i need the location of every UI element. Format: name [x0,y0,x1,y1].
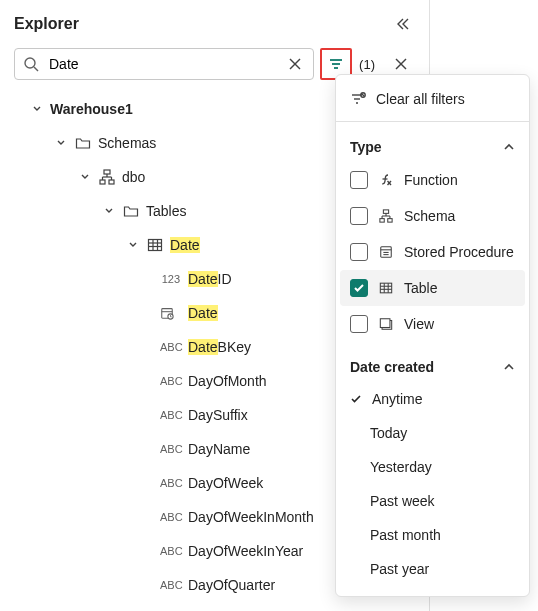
chevron-down-icon [128,240,138,250]
filter-icon [328,56,344,72]
node-label: DayOfWeekInYear [188,543,303,559]
checkbox[interactable] [350,243,368,261]
folder-icon [75,135,91,151]
filter-option-table[interactable]: Table [340,270,525,306]
node-label: dbo [122,169,145,185]
node-label: Schemas [98,135,156,151]
option-label: Past month [370,527,441,543]
filter-option-sproc[interactable]: Stored Procedure [336,234,529,270]
node-label: Date [188,305,218,321]
type-header-label: Type [350,139,382,155]
svg-rect-11 [109,180,114,184]
panel-header: Explorer [0,8,429,44]
date-header-label: Date created [350,359,434,375]
text-type-icon: ABC [160,511,180,523]
check-icon [353,282,365,294]
option-label: Table [404,280,437,296]
option-label: Today [370,425,407,441]
option-label: Yesterday [370,459,432,475]
text-type-icon: ABC [160,545,180,557]
text-type-icon: ABC [160,375,180,387]
node-label: Tables [146,203,186,219]
svg-rect-45 [380,283,391,293]
node-label: DayOfQuarter [188,577,275,593]
text-type-icon: ABC [160,443,180,455]
node-label: DayOfMonth [188,373,267,389]
date-section-header[interactable]: Date created [336,346,529,382]
date-option-today[interactable]: Today [336,416,529,450]
clear-filters-button[interactable]: Clear all filters [336,81,529,117]
checkbox[interactable] [350,315,368,333]
search-icon [23,56,39,72]
folder-icon [123,203,139,219]
node-label: DaySuffix [188,407,248,423]
chevron-down-icon [80,172,90,182]
text-type-icon: ABC [160,477,180,489]
type-section-header[interactable]: Type [336,126,529,162]
chevron-double-left-icon [395,16,411,32]
node-label: DayOfWeek [188,475,263,491]
panel-title: Explorer [14,15,79,33]
check-icon [350,393,362,405]
datetime-type-icon [160,306,180,320]
option-label: Anytime [372,391,423,407]
schema-icon [379,209,393,223]
table-icon [147,237,163,253]
svg-line-25 [171,317,172,318]
svg-point-0 [25,58,35,68]
checkbox-checked[interactable] [350,279,368,297]
chevron-up-icon [503,361,515,373]
search-box[interactable] [14,48,314,80]
svg-rect-9 [104,170,110,174]
clear-search-button[interactable] [285,54,305,74]
chevron-down-icon [32,104,42,114]
filter-popover: Clear all filters Type Function Schema S… [335,74,530,597]
svg-rect-34 [383,210,388,214]
svg-rect-51 [380,319,390,328]
svg-line-30 [362,94,364,96]
node-label: Warehouse1 [50,101,133,117]
date-option-past-year[interactable]: Past year [336,552,529,586]
option-label: Past year [370,561,429,577]
node-label: DateID [188,271,232,287]
chevron-down-icon [104,206,114,216]
option-label: View [404,316,434,332]
node-label: DayName [188,441,250,457]
divider [336,121,529,122]
chevron-up-icon [503,141,515,153]
clear-filters-label: Clear all filters [376,91,465,107]
date-option-past-month[interactable]: Past month [336,518,529,552]
text-type-icon: ABC [160,579,180,591]
table-icon [379,281,393,295]
view-icon [379,317,393,331]
text-type-icon: ABC [160,341,180,353]
svg-line-1 [34,67,38,71]
schema-icon [99,169,115,185]
filter-option-schema[interactable]: Schema [336,198,529,234]
option-label: Function [404,172,458,188]
date-option-past-week[interactable]: Past week [336,484,529,518]
svg-rect-16 [149,240,162,251]
filter-option-view[interactable]: View [336,306,529,342]
numeric-type-icon: 123 [160,273,180,285]
close-icon [288,57,302,71]
node-label: Date [170,237,200,253]
svg-rect-36 [388,219,392,223]
sproc-icon [379,245,393,259]
checkbox[interactable] [350,207,368,225]
option-label: Schema [404,208,455,224]
date-option-yesterday[interactable]: Yesterday [336,450,529,484]
option-label: Past week [370,493,435,509]
search-input[interactable] [47,55,277,73]
node-label: DateBKey [188,339,251,355]
text-type-icon: ABC [160,409,180,421]
date-option-anytime[interactable]: Anytime [336,382,529,416]
filter-count: (1) [359,57,375,72]
clear-filter-icon [350,91,366,107]
svg-rect-10 [100,180,105,184]
filter-option-function[interactable]: Function [336,162,529,198]
function-icon [379,173,393,187]
checkbox[interactable] [350,171,368,189]
chevron-down-icon [56,138,66,148]
collapse-panel-button[interactable] [391,12,415,36]
